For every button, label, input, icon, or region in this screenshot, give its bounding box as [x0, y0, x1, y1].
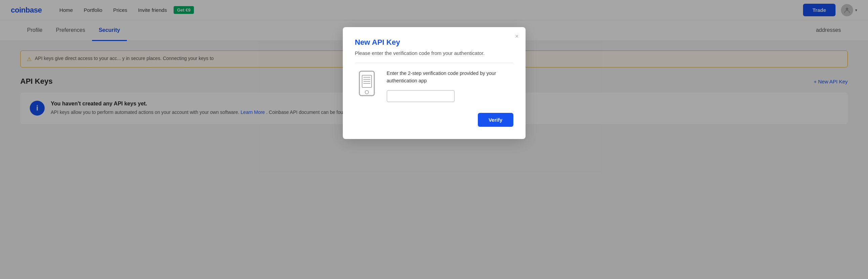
modal-footer: Verify	[355, 113, 513, 127]
modal-close-button[interactable]: ×	[515, 33, 519, 39]
modal-subtitle: Please enter the verification code from …	[355, 50, 513, 63]
modal-code-section: Enter the 2-step verification code provi…	[387, 70, 513, 103]
phone-icon	[357, 70, 377, 97]
modal: × New API Key Please enter the verificat…	[343, 27, 526, 139]
modal-code-description: Enter the 2-step verification code provi…	[387, 70, 513, 85]
svg-point-7	[365, 91, 369, 94]
modal-overlay: × New API Key Please enter the verificat…	[0, 0, 868, 279]
phone-icon-wrap	[355, 70, 379, 97]
verify-button[interactable]: Verify	[478, 113, 513, 127]
modal-body: Enter the 2-step verification code provi…	[355, 70, 513, 103]
modal-title: New API Key	[355, 38, 513, 47]
verification-code-input[interactable]	[387, 90, 454, 102]
